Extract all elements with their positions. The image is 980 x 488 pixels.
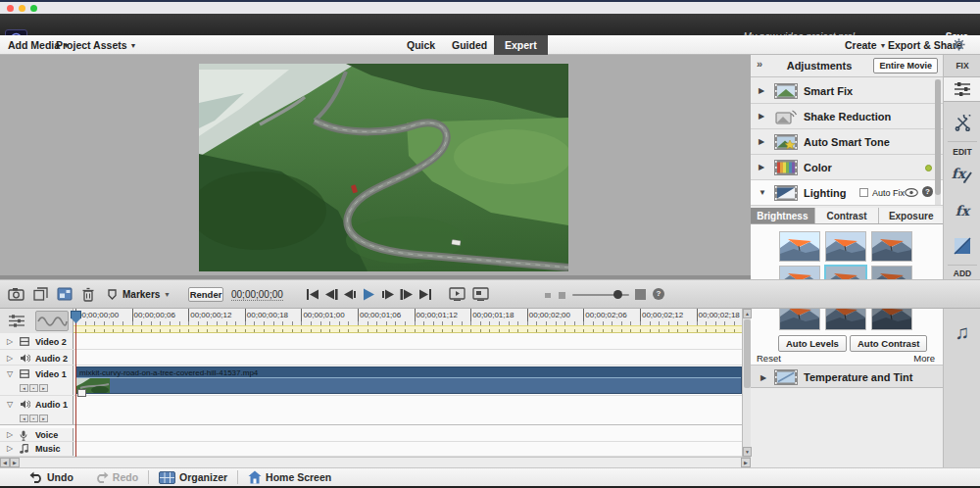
undo-button[interactable]: Undo	[29, 471, 74, 483]
chevron-right-icon[interactable]: ▶	[759, 137, 764, 146]
zoom-small-icon[interactable]	[559, 292, 565, 299]
frame-forward-button[interactable]	[380, 288, 396, 301]
triangle-right-icon[interactable]: ▷	[7, 354, 13, 363]
effects-rail-icon[interactable]: fx	[944, 198, 980, 223]
applied-effects-rail-icon[interactable]: fx	[944, 161, 980, 186]
chevron-right-icon[interactable]: ▶	[760, 373, 766, 382]
panel-scrollbar[interactable]	[935, 79, 941, 205]
video-preview[interactable]	[199, 64, 568, 271]
play-button[interactable]	[361, 288, 376, 301]
row-color[interactable]: ▶ Color	[751, 155, 943, 180]
zoom-out-icon[interactable]	[545, 293, 551, 298]
timecode-field[interactable]: 00;00;00;00	[231, 289, 283, 301]
zoom-large-icon[interactable]	[635, 289, 646, 300]
chevron-right-icon[interactable]: ▶	[759, 112, 764, 121]
scroll-left-arrow[interactable]: ◀	[0, 458, 10, 467]
triangle-down-icon[interactable]: ▽	[7, 369, 13, 378]
organizer-button[interactable]: Organizer	[159, 471, 227, 484]
step-forward-button[interactable]	[399, 288, 415, 301]
scroll-right-arrow[interactable]: ▶	[741, 458, 751, 467]
brightness-variant-thumb[interactable]	[779, 231, 820, 262]
next-keyframe-button[interactable]: ▸	[39, 384, 48, 392]
trash-icon[interactable]	[82, 287, 94, 302]
scroll-up-arrow[interactable]: ▲	[743, 309, 752, 318]
panel-icon[interactable]	[57, 287, 73, 301]
triangle-right-icon[interactable]: ▷	[7, 444, 13, 453]
triangle-right-icon[interactable]: ▷	[7, 430, 13, 439]
vertical-scroll-thumb[interactable]	[744, 319, 751, 388]
add-keyframe-button[interactable]: ▪	[29, 384, 38, 392]
home-screen-button[interactable]: Home Screen	[248, 470, 331, 484]
duplicate-icon[interactable]	[33, 287, 48, 301]
track-audio-1[interactable]: ▽ Audio 1 ◂▪▸	[0, 396, 742, 425]
track-header-video-1[interactable]: ▽ Video 1 ◂▪▸	[0, 366, 74, 395]
gear-icon[interactable]	[953, 38, 965, 53]
chevron-right-icon[interactable]: ▶	[759, 86, 764, 95]
track-header-audio-2[interactable]: ▷ Audio 2	[0, 350, 74, 365]
row-shake-reduction[interactable]: ▶ Shake Reduction	[751, 104, 943, 129]
help-icon[interactable]: ?	[653, 288, 664, 300]
chevron-right-icon[interactable]: ▶	[759, 163, 764, 171]
entire-movie-button[interactable]: Entire Movie	[873, 58, 938, 73]
chevron-down-icon[interactable]: ▼	[759, 188, 766, 197]
brightness-variant-thumb[interactable]	[825, 231, 866, 262]
chevron-down-icon[interactable]: ▼	[164, 291, 171, 298]
music-rail-icon[interactable]: ♫	[944, 319, 980, 345]
row-smart-fix[interactable]: ▶ Smart Fix	[751, 78, 943, 104]
track-header-audio-1[interactable]: ▽ Audio 1 ◂▪▸	[0, 396, 74, 424]
tab-expert[interactable]: Expert	[494, 35, 548, 55]
tab-contrast[interactable]: Contrast	[815, 208, 880, 223]
track-header-voice[interactable]: ▷ Voice	[0, 428, 74, 441]
minimize-window-button[interactable]	[19, 5, 25, 12]
project-assets-menu[interactable]: Project Assets ▼	[56, 39, 136, 51]
track-video-1[interactable]: ▽ Video 1 ◂▪▸ mixkit-curvy-road-on-a-tre…	[0, 366, 742, 396]
render-button[interactable]: Render	[188, 287, 223, 302]
auto-levels-button[interactable]: Auto Levels	[778, 335, 847, 352]
work-area-bar[interactable]	[74, 325, 742, 333]
track-header-video-2[interactable]: ▷ Video 2	[0, 333, 74, 349]
create-menu[interactable]: Create ▼	[845, 39, 887, 51]
markers-button[interactable]: Markers	[122, 289, 160, 300]
tab-brightness[interactable]: Brightness	[751, 208, 815, 223]
preview-monitor-icon[interactable]	[449, 287, 466, 301]
more-button[interactable]: More	[913, 353, 935, 364]
scroll-down-arrow[interactable]: ▼	[743, 447, 752, 457]
triangle-right-icon[interactable]: ▷	[7, 337, 13, 346]
snapshot-icon[interactable]	[8, 287, 24, 301]
tab-quick[interactable]: Quick	[407, 39, 435, 51]
auto-contrast-button[interactable]: Auto Contrast	[850, 335, 927, 352]
transitions-rail-icon[interactable]	[944, 233, 980, 259]
export-share-menu[interactable]: Export & Share	[888, 39, 962, 51]
prev-keyframe-button[interactable]: ◂	[20, 384, 28, 392]
prev-keyframe-button[interactable]: ◂	[20, 415, 28, 422]
track-video-2[interactable]: ▷ Video 2	[0, 333, 742, 350]
reset-button[interactable]: Reset	[757, 353, 781, 364]
scroll-right-arrow[interactable]: ▶	[10, 458, 20, 467]
video-clip[interactable]: mixkit-curvy-road-on-a-tree-covered-hill…	[75, 366, 742, 394]
zoom-window-button[interactable]	[30, 5, 37, 12]
eye-icon[interactable]	[905, 188, 918, 197]
adjustments-rail-icon[interactable]	[944, 76, 980, 102]
next-keyframe-button[interactable]: ▸	[39, 415, 48, 422]
tab-exposure[interactable]: Exposure	[879, 208, 943, 223]
step-back-button[interactable]	[323, 288, 339, 301]
add-keyframe-button[interactable]: ▪	[29, 415, 38, 422]
auto-fix-checkbox[interactable]	[859, 188, 868, 197]
audio-waveform-tool[interactable]	[35, 311, 69, 331]
help-icon[interactable]: ?	[922, 186, 933, 197]
tab-guided[interactable]: Guided	[452, 39, 487, 51]
track-audio-2[interactable]: ▷ Audio 2	[0, 350, 742, 366]
secondary-monitor-icon[interactable]	[472, 287, 489, 301]
brightness-variant-thumb[interactable]	[871, 231, 912, 262]
row-temperature-tint[interactable]: ▶ Temperature and Tint	[751, 365, 943, 388]
redo-button[interactable]: Redo	[95, 471, 138, 483]
row-lighting[interactable]: ▼ Lighting Auto Fix ?	[751, 180, 943, 206]
track-music[interactable]: ▷ Music	[0, 442, 742, 457]
row-auto-smart-tone[interactable]: ▶ Auto Smart Tone	[751, 129, 943, 155]
track-settings-icon[interactable]	[8, 314, 25, 328]
track-header-music[interactable]: ▷ Music	[0, 442, 74, 456]
timeline-vertical-scrollbar[interactable]: ▲ ▼	[742, 309, 751, 457]
close-window-button[interactable]	[7, 5, 14, 12]
triangle-down-icon[interactable]: ▽	[7, 400, 13, 409]
frame-back-button[interactable]	[342, 288, 358, 301]
